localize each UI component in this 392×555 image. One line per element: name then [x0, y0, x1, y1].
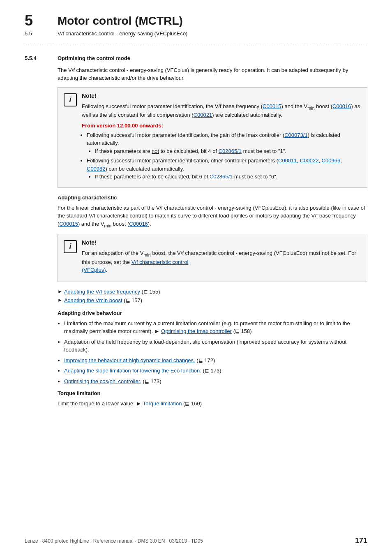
chapter-number: 5: [25, 12, 58, 29]
link-c00016[interactable]: C00016: [332, 103, 351, 109]
note-title-1: Note!: [82, 92, 361, 99]
drive-sub-bullet-3: Optimising the cos/phi controller. (⊑ 17…: [64, 377, 367, 386]
footer-text: Lenze · 8400 protec HighLine · Reference…: [25, 538, 203, 544]
info-icon-1: i: [64, 93, 77, 106]
link-c00982[interactable]: C00982: [87, 166, 106, 172]
link-slope[interactable]: Adapting the slope limitation for loweri…: [64, 368, 201, 374]
drive-sub-bullet-2: Adapting the slope limitation for loweri…: [64, 367, 367, 375]
note-text-1: Following successful motor parameter ide…: [82, 102, 361, 119]
link-high-dynamic[interactable]: Improving the behaviour at high dynamic …: [64, 357, 195, 363]
torque-para: Limit the torque to a lower value. ► Tor…: [58, 400, 367, 408]
note-sub-bullet-2: If these parameters are to be calculated…: [95, 173, 361, 181]
nav-arrow-1: ►: [58, 289, 62, 294]
cosphi-ref: (⊑ 173): [143, 378, 161, 384]
divider: [25, 45, 367, 45]
link-c00022[interactable]: C00022: [300, 157, 319, 164]
drive-bullet-list: Limitation of the maximum current by a c…: [64, 319, 367, 386]
sub-title: V/f characteristic control - energy-savi…: [58, 30, 187, 37]
adapting-drive-heading: Adapting drive behaviour: [58, 310, 367, 316]
link-c00073[interactable]: C00073/1: [284, 132, 307, 138]
section-number: 5.5.4: [25, 55, 58, 61]
note-box-2: i Note! For an adaptation of the Vmin bo…: [58, 234, 367, 282]
link-c02865-2[interactable]: C02865/1: [210, 173, 233, 180]
note-text-2: For an adaptation of the Vmin boost, the…: [82, 249, 361, 274]
link-c02865-1[interactable]: C02865/1: [219, 148, 242, 154]
imax-ref: (⊑ 158): [233, 328, 252, 334]
note-content-1: Note! Following successful motor paramet…: [82, 92, 361, 183]
section-heading: 5.5.4 Optimising the control mode: [25, 55, 367, 61]
sub-number: 5.5: [25, 30, 58, 37]
nav-link-1-text: Adapting the V/f base frequency (⊑ 155): [64, 289, 160, 295]
adapting-char-heading: Adapting characteristic: [58, 194, 367, 201]
link-cosphi[interactable]: Optimising the cos/phi controller.: [64, 378, 141, 384]
note-sub-bullet-1: If these parameters are not to be calcul…: [95, 147, 361, 155]
sub-header: 5.5 V/f characteristic control - energy-…: [25, 30, 367, 37]
link-adapting-vmin[interactable]: Adapting the Vmin boost: [64, 297, 122, 303]
nav-link-2: ► Adapting the Vmin boost (⊑ 157): [58, 297, 367, 303]
page-number: 171: [355, 536, 367, 545]
link-c00966[interactable]: C00966: [322, 157, 341, 164]
note-sub-bullets-2: If these parameters are to be calculated…: [95, 173, 361, 181]
nav-link-1: ► Adapting the V/f base frequency (⊑ 155…: [58, 289, 367, 295]
torque-text: Limit the torque to a lower value.: [58, 400, 135, 407]
link-vfcplus[interactable]: V/f characteristic control(VFCplus): [82, 259, 188, 273]
drive-sub-links: Improving the behaviour at high dynamic …: [62, 356, 367, 386]
note-version: From version 12.00.00 onwards:: [82, 123, 361, 129]
link-adapting-vf[interactable]: Adapting the V/f base frequency: [64, 289, 140, 295]
footer: Lenze · 8400 protec HighLine · Reference…: [0, 533, 392, 545]
drive-sub-bullet-list: Improving the behaviour at high dynamic …: [64, 356, 367, 386]
link-c00015-2[interactable]: C00015: [59, 221, 78, 227]
note-bullets-1: Following successful motor parameter ide…: [87, 131, 361, 181]
link-c00016-2[interactable]: C00016: [129, 221, 148, 227]
link-torque[interactable]: Torque limitation: [143, 400, 182, 407]
link-c00021[interactable]: C00021: [194, 112, 212, 118]
torque-heading: Torque limitation: [58, 390, 367, 396]
nav-link-2-ref: (⊑ 157): [124, 297, 142, 303]
drive-bullet-1: Limitation of the maximum current by a c…: [64, 319, 367, 335]
note-bullet-1: Following successful motor parameter ide…: [87, 131, 361, 155]
nav-link-2-text: Adapting the Vmin boost (⊑ 157): [64, 297, 142, 303]
note-content-2: Note! For an adaptation of the Vmin boos…: [82, 239, 361, 277]
note-box-1: i Note! Following successful motor param…: [58, 87, 367, 188]
adapting-char-para: For the linear characteristic as part of…: [58, 204, 367, 229]
link-imax[interactable]: Optimising the Imax controller: [161, 328, 232, 334]
high-dynamic-ref: (⊑ 172): [196, 357, 215, 363]
note-sub-bullets-1: If these parameters are not to be calcul…: [95, 147, 361, 155]
drive-bullet-2: Adaptation of the field frequency by a l…: [64, 338, 367, 354]
intro-paragraph: The V/f characteristic control - energy-…: [58, 66, 367, 82]
drive-sub-bullet-1: Improving the behaviour at high dynamic …: [64, 356, 367, 365]
section-title: Optimising the control mode: [58, 55, 130, 61]
note-title-2: Note!: [82, 239, 361, 246]
chapter-title: Motor control (MCTRL): [58, 12, 183, 28]
note-bullet-2: Following successful motor parameter ide…: [87, 157, 361, 181]
chapter-header: 5 Motor control (MCTRL): [25, 12, 367, 29]
slope-ref: (⊑ 173): [203, 368, 221, 374]
torque-ref: (⊑ 160): [183, 400, 202, 407]
nav-link-1-ref: (⊑ 155): [142, 289, 160, 295]
info-icon-2: i: [64, 240, 77, 253]
nav-arrow-2: ►: [58, 297, 62, 303]
link-c00015[interactable]: C00015: [263, 103, 281, 109]
link-c00011[interactable]: C00011: [278, 157, 297, 164]
